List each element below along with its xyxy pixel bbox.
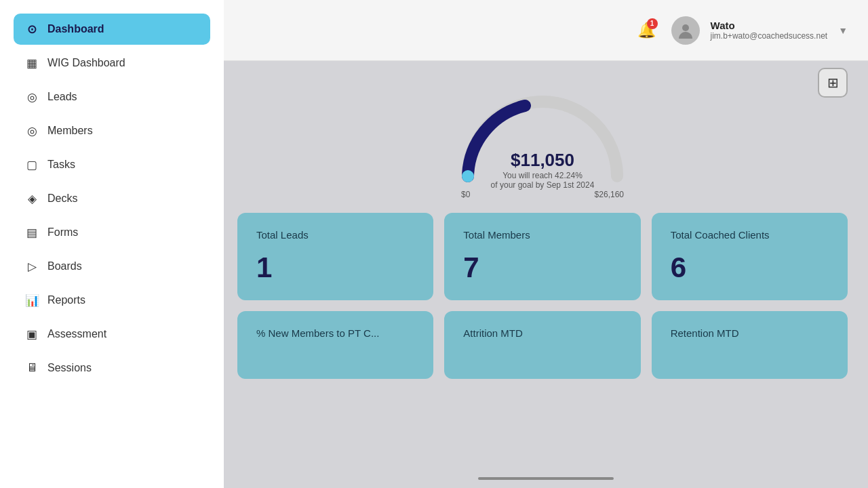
- sidebar-item-members[interactable]: ◎Members: [14, 115, 210, 146]
- user-name: Wato: [711, 20, 828, 31]
- main-wrapper: 🔔 1 Wato jim.b+wato@coachedsucess.net ▼ …: [224, 0, 868, 488]
- notification-badge: 1: [647, 18, 658, 29]
- header: 🔔 1 Wato jim.b+wato@coachedsucess.net ▼: [224, 0, 868, 61]
- sidebar: ⊙Dashboard▦WIG Dashboard◎Leads◎Members▢T…: [0, 0, 224, 488]
- boards-label: Boards: [47, 260, 82, 272]
- user-info: Wato jim.b+wato@coachedsucess.net: [711, 20, 828, 41]
- stat-card-title-0: Total Leads: [256, 229, 414, 241]
- bottom-card-2: Retention MTD: [652, 311, 848, 379]
- assessment-icon: ▣: [24, 327, 39, 342]
- bottom-card-title-1: Attrition MTD: [463, 327, 621, 339]
- reports-icon: 📊: [24, 293, 39, 308]
- bottom-card-title-2: Retention MTD: [671, 327, 829, 339]
- dashboard-content: $11,050 You will reach 42.24% of your go…: [224, 61, 868, 488]
- leads-icon: ◎: [24, 89, 39, 104]
- sidebar-item-forms[interactable]: ▤Forms: [14, 217, 210, 248]
- bottom-card-0: % New Members to PT C...: [237, 311, 433, 379]
- scroll-indicator: [478, 477, 614, 480]
- user-email: jim.b+wato@coachedsucess.net: [711, 31, 828, 41]
- avatar: [671, 16, 700, 45]
- gauge-text: $11,050 You will reach 42.24% of your go…: [491, 150, 595, 190]
- chevron-down-icon[interactable]: ▼: [838, 25, 848, 36]
- stat-card-value-1: 7: [463, 251, 621, 284]
- stat-card-value-0: 1: [256, 251, 414, 284]
- stat-card-2: Total Coached Clients6: [652, 213, 848, 300]
- wig-dashboard-icon: ▦: [24, 56, 39, 70]
- svg-point-1: [462, 170, 474, 182]
- bottom-row: % New Members to PT C...Attrition MTDRet…: [237, 311, 848, 379]
- stat-card-1: Total Members7: [444, 213, 640, 300]
- stat-card-title-2: Total Coached Clients: [671, 229, 829, 241]
- dashboard-label: Dashboard: [47, 23, 104, 35]
- sidebar-item-tasks[interactable]: ▢Tasks: [14, 149, 210, 180]
- bottom-card-title-0: % New Members to PT C...: [256, 327, 414, 339]
- sidebar-item-reports[interactable]: 📊Reports: [14, 285, 210, 316]
- notification-button[interactable]: 🔔 1: [633, 17, 660, 44]
- stat-card-value-2: 6: [671, 251, 829, 284]
- decks-label: Decks: [47, 192, 77, 205]
- sidebar-item-assessment[interactable]: ▣Assessment: [14, 319, 210, 350]
- forms-icon: ▤: [24, 225, 39, 240]
- tasks-label: Tasks: [47, 159, 75, 171]
- tasks-icon: ▢: [24, 157, 39, 172]
- boards-icon: ▷: [24, 259, 39, 274]
- grid-toggle-button[interactable]: ⊞: [818, 68, 848, 98]
- sessions-label: Sessions: [47, 362, 92, 374]
- wig-dashboard-label: WIG Dashboard: [47, 57, 125, 69]
- sidebar-item-sessions[interactable]: 🖥Sessions: [14, 352, 210, 384]
- sidebar-item-boards[interactable]: ▷Boards: [14, 251, 210, 282]
- gauge-section: $11,050 You will reach 42.24% of your go…: [237, 75, 848, 213]
- sidebar-item-dashboard[interactable]: ⊙Dashboard: [14, 14, 210, 45]
- sidebar-item-decks[interactable]: ◈Decks: [14, 183, 210, 214]
- members-icon: ◎: [24, 123, 39, 138]
- sessions-icon: 🖥: [24, 361, 39, 375]
- stats-row: Total Leads1Total Members7Total Coached …: [237, 213, 848, 300]
- bottom-card-1: Attrition MTD: [444, 311, 640, 379]
- leads-label: Leads: [47, 91, 77, 103]
- grid-icon: ⊞: [827, 75, 839, 91]
- gauge-amount: $11,050: [491, 150, 595, 171]
- reports-label: Reports: [47, 294, 85, 306]
- forms-label: Forms: [47, 226, 78, 239]
- gauge-subtitle-line2: of your goal by Sep 1st 2024: [491, 180, 595, 190]
- decks-icon: ◈: [24, 191, 39, 206]
- gauge-subtitle-line1: You will reach 42.24%: [491, 171, 595, 180]
- stat-card-0: Total Leads1: [237, 213, 433, 300]
- stat-card-title-1: Total Members: [463, 229, 621, 241]
- svg-point-0: [682, 24, 689, 31]
- dashboard-icon: ⊙: [24, 22, 39, 37]
- sidebar-item-leads[interactable]: ◎Leads: [14, 81, 210, 113]
- gauge-chart: $11,050 You will reach 42.24% of your go…: [454, 81, 631, 197]
- members-label: Members: [47, 125, 93, 137]
- assessment-label: Assessment: [47, 328, 106, 340]
- sidebar-item-wig-dashboard[interactable]: ▦WIG Dashboard: [14, 47, 210, 79]
